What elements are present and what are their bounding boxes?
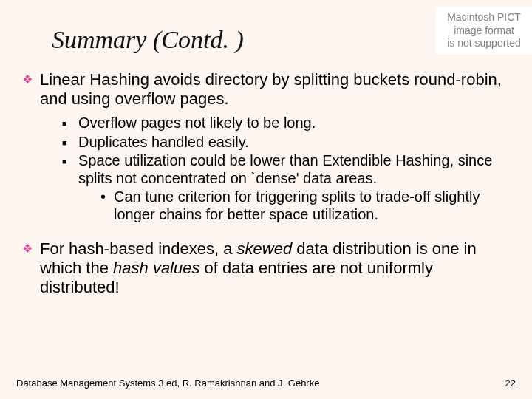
diamond-bullet-icon: ❖ xyxy=(22,70,40,109)
text-emphasis: skewed xyxy=(237,239,293,258)
bullet-item: ❖ Linear Hashing avoids directory by spl… xyxy=(22,70,510,232)
sub-bullet-text: Space utilization could be lower than Ex… xyxy=(78,152,510,223)
sub-bullet-text-span: Space utilization could be lower than Ex… xyxy=(78,152,492,186)
placeholder-line: is not supported xyxy=(439,37,529,50)
slide-footer: Database Management Systems 3 ed, R. Ram… xyxy=(16,378,516,389)
square-bullet-icon: ■ xyxy=(62,115,78,132)
square-bullet-icon: ■ xyxy=(62,152,78,223)
sub-bullet-text: Duplicates handled easily. xyxy=(78,134,510,151)
diamond-bullet-icon: ❖ xyxy=(22,239,40,297)
slide-body: ❖ Linear Hashing avoids directory by spl… xyxy=(0,54,532,297)
sub-bullet-text: Overflow pages not likely to be long. xyxy=(78,115,510,132)
footer-citation: Database Management Systems 3 ed, R. Ram… xyxy=(16,378,319,389)
text-emphasis: hash values xyxy=(113,259,200,277)
sub-bullet-item: ■ Duplicates handled easily. xyxy=(62,134,510,151)
bullet-item: ❖ For hash-based indexes, a skewed data … xyxy=(22,239,510,297)
page-number: 22 xyxy=(505,378,516,389)
sub-bullet-item: ■ Space utilization could be lower than … xyxy=(62,152,510,223)
subsub-bullet-text: Can tune criterion for triggering splits… xyxy=(114,188,510,223)
subsub-bullet-item: • Can tune criterion for triggering spli… xyxy=(78,188,510,223)
square-bullet-icon: ■ xyxy=(62,134,78,151)
dot-bullet-icon: • xyxy=(100,188,114,223)
bullet-text: For hash-based indexes, a skewed data di… xyxy=(40,239,510,297)
bullet-text: Linear Hashing avoids directory by split… xyxy=(40,70,510,109)
sub-bullet-item: ■ Overflow pages not likely to be long. xyxy=(62,115,510,132)
placeholder-line: image format xyxy=(439,24,529,38)
image-placeholder: Macintosh PICT image format is not suppo… xyxy=(436,7,532,54)
placeholder-line: Macintosh PICT xyxy=(439,11,529,24)
text-span: For hash-based indexes, a xyxy=(40,239,237,258)
sub-list: ■ Overflow pages not likely to be long. … xyxy=(22,109,510,233)
